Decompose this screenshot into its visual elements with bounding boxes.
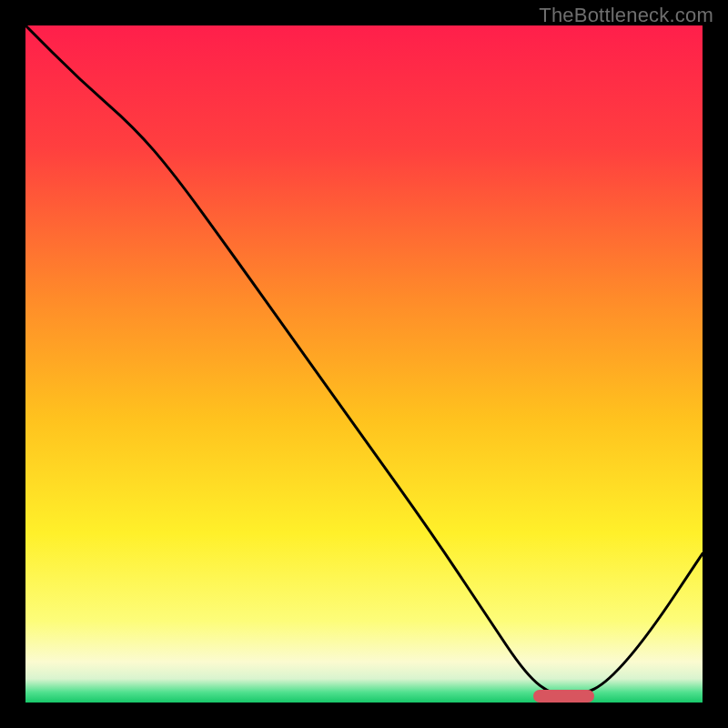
watermark-text: TheBottleneck.com	[539, 4, 713, 27]
plot-area	[25, 25, 703, 703]
optimal-range-marker	[533, 690, 594, 703]
bottleneck-curve	[25, 25, 703, 703]
chart-frame: TheBottleneck.com	[0, 0, 728, 728]
